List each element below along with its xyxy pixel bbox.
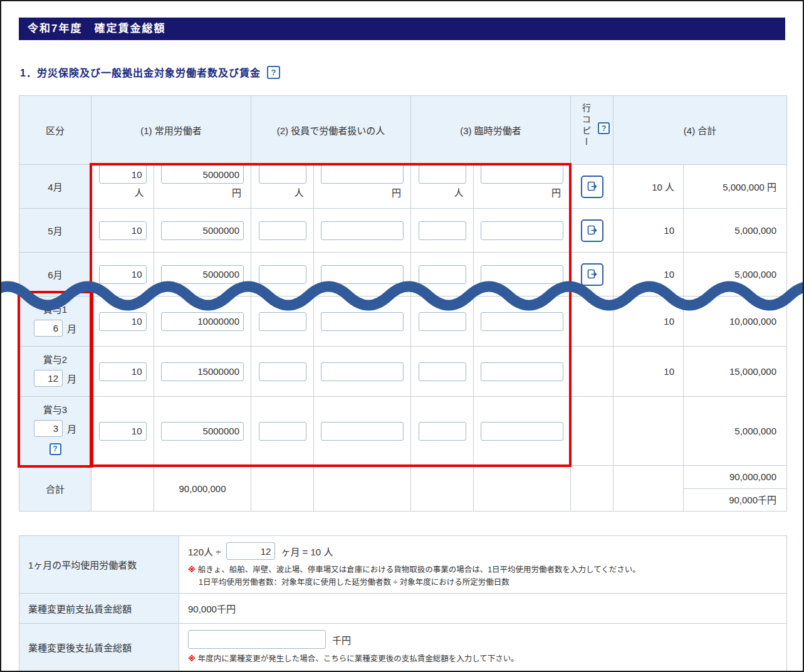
col-header-row-copy: 行コピー ?: [571, 96, 613, 165]
bonus2-month-input[interactable]: [34, 370, 63, 387]
regular-amount-input[interactable]: [161, 165, 244, 184]
empty-cell: [251, 466, 314, 512]
avg-workers-label: 1ヶ月の平均使用労働者数: [19, 536, 179, 594]
note-mark: ※: [188, 565, 196, 574]
officer-amount-input[interactable]: [321, 312, 404, 331]
temporary-amount-input[interactable]: [481, 165, 563, 184]
bonus1-category-cell: 賞与1 月: [19, 297, 91, 347]
empty-copy-cell: [571, 297, 613, 347]
officer-amount-input[interactable]: [321, 422, 404, 441]
section-title: 1．労災保険及び一般拠出金対象労働者数及び賃金: [20, 65, 261, 80]
regular-grand-total: 90,000,000: [154, 466, 251, 512]
temporary-count-input[interactable]: [419, 265, 466, 284]
temporary-count-input[interactable]: [419, 422, 466, 441]
total-count-cell: 10: [613, 297, 684, 347]
wage-table: 区分 (1) 常用労働者 (2) 役員で労働者扱いの人 (3) 臨時労働者 行コ…: [19, 95, 787, 512]
before-change-value: 90,000千円: [179, 594, 787, 624]
temporary-count-input[interactable]: [419, 312, 466, 331]
after-change-label: 業種変更後支払賃金総額: [19, 624, 179, 671]
empty-copy-cell: [571, 397, 613, 466]
regular-amount-input[interactable]: [161, 265, 244, 284]
after-change-note: ※ 年度内に業種変更が発生した場合、こちらに業種変更後の支払賃金総額を入力して下…: [188, 653, 786, 664]
row-bonus1: 賞与1 月 10 10,000,000: [19, 297, 787, 347]
officer-count-input[interactable]: [259, 221, 306, 240]
avg-workers-row: 1ヶ月の平均使用労働者数 120人 ÷ ヶ月 = 10 人 ※ 船きょ、船舶、岸…: [19, 536, 787, 594]
total-amount-cell: 10,000,000: [684, 297, 787, 347]
bonus3-month-input[interactable]: [34, 420, 63, 437]
officer-count-input[interactable]: [259, 362, 306, 381]
bonus3-help-icon[interactable]: ?: [50, 443, 61, 455]
section-help-icon[interactable]: ?: [267, 66, 280, 79]
row-copy-button[interactable]: [581, 263, 603, 286]
total-amount-cell: 5,000,000: [684, 397, 787, 466]
regular-count-input[interactable]: [99, 265, 147, 284]
after-change-unit: 千円: [332, 633, 351, 646]
col-header-officer-workers: (2) 役員で労働者扱いの人: [251, 96, 411, 165]
temporary-count-input[interactable]: [419, 165, 466, 184]
grand-total-stack: 90,000,000 90,000千円: [684, 466, 787, 512]
temporary-amount-input[interactable]: [481, 312, 563, 331]
row-copy-button[interactable]: [581, 176, 603, 198]
total-count-cell: 10: [613, 347, 684, 397]
after-note-text: 年度内に業種変更が発生した場合、こちらに業種変更後の支払賃金総額を入力して下さい…: [198, 654, 519, 663]
formula-right: ヶ月 = 10 人: [281, 545, 333, 558]
unit-yen-label: 円: [161, 186, 244, 199]
regular-count-input[interactable]: [99, 312, 147, 331]
avg-note1-text: 船きょ、船舶、岸壁、波止場、停車場又は倉庫における貨物取扱の事業の場合は、1日平…: [198, 565, 640, 574]
regular-amount-input[interactable]: [161, 221, 244, 240]
officer-count-input[interactable]: [259, 165, 306, 184]
after-change-row: 業種変更後支払賃金総額 千円 ※ 年度内に業種変更が発生した場合、こちらに業種変…: [19, 624, 787, 671]
col-header-category: 区分: [19, 96, 91, 165]
empty-copy-cell: [571, 466, 613, 512]
bonus1-month-input[interactable]: [34, 320, 63, 337]
regular-count-input[interactable]: [99, 362, 147, 381]
regular-amount-input[interactable]: [161, 362, 244, 381]
copy-icon: [586, 268, 598, 281]
officer-count-input[interactable]: [259, 422, 306, 441]
temporary-amount-input[interactable]: [481, 362, 563, 381]
officer-amount-input[interactable]: [321, 221, 404, 240]
note-mark: ※: [188, 654, 196, 663]
unit-month-label: 月: [67, 322, 76, 335]
temporary-amount-input[interactable]: [481, 422, 563, 441]
regular-count-input[interactable]: [99, 165, 147, 184]
row-bonus2: 賞与2 月 10 15,000,000: [19, 347, 787, 397]
avg-note-2: 1日平均使用労働者数：対象年度に使用した延労働者数 ÷ 対象年度における所定労働…: [188, 577, 786, 588]
row-label-june: 6月: [19, 253, 91, 297]
row-may: 5月 10 5,000,000: [19, 209, 787, 253]
empty-copy-cell: [571, 347, 613, 397]
total-count-cell: 10: [613, 209, 684, 253]
temporary-amount-input[interactable]: [481, 221, 563, 240]
regular-amount-input[interactable]: [161, 422, 244, 441]
bonus3-category-cell: 賞与3 月 ?: [19, 397, 91, 466]
row-grand-total: 合計 90,000,000 90,000,000 90,000千円: [19, 466, 787, 512]
empty-cell: [314, 466, 411, 512]
regular-count-input[interactable]: [99, 221, 147, 240]
regular-amount-input[interactable]: [161, 312, 244, 331]
temporary-amount-input[interactable]: [481, 265, 563, 284]
before-change-row: 業種変更前支払賃金総額 90,000千円: [19, 594, 787, 624]
row-bonus3: 賞与3 月 ? 5,000,000: [19, 397, 787, 466]
bonus1-label: 賞与1: [19, 302, 91, 315]
officer-count-input[interactable]: [259, 265, 306, 284]
row-copy-help-icon[interactable]: ?: [598, 122, 610, 134]
avg-months-input[interactable]: [226, 542, 275, 560]
col-header-temporary-workers: (3) 臨時労働者: [411, 96, 571, 165]
total-count-cell: [613, 397, 684, 466]
temporary-count-input[interactable]: [419, 362, 466, 381]
empty-cell: [411, 466, 474, 512]
officer-amount-input[interactable]: [321, 165, 404, 184]
after-change-input[interactable]: [188, 630, 326, 649]
total-amount-cell: 15,000,000: [684, 347, 787, 397]
officer-amount-input[interactable]: [321, 265, 404, 284]
officer-amount-input[interactable]: [321, 362, 404, 381]
unit-month-label: 月: [67, 372, 76, 385]
bonus2-label: 賞与2: [19, 352, 91, 365]
row-copy-button[interactable]: [581, 219, 603, 242]
grand-total-thousand-yen: 90,000千円: [684, 488, 786, 511]
row-copy-label: 行コピー: [580, 103, 592, 149]
regular-count-input[interactable]: [99, 422, 147, 441]
officer-count-input[interactable]: [259, 312, 306, 331]
temporary-count-input[interactable]: [419, 221, 466, 240]
copy-icon: [586, 224, 598, 237]
